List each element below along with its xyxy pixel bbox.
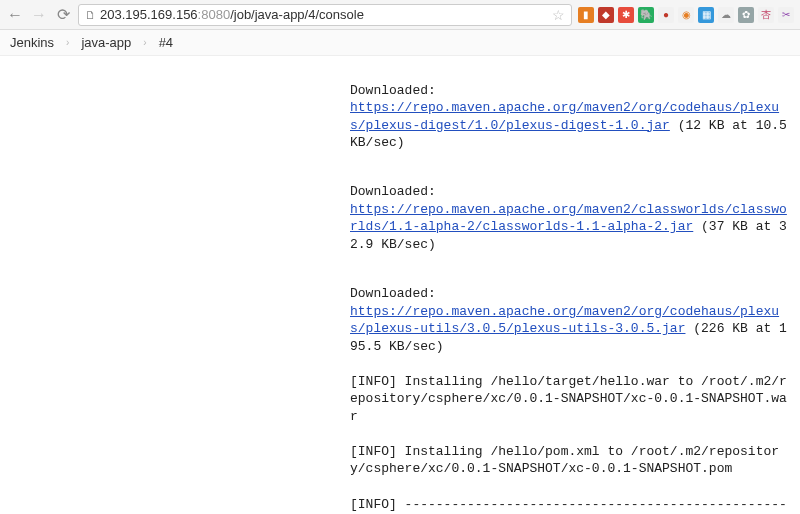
info-line: [INFO] ---------------------------------…: [350, 496, 790, 514]
ext-icon-8[interactable]: ☁: [718, 7, 734, 23]
info-line: [INFO] Installing /hello/pom.xml to /roo…: [350, 443, 790, 478]
info-line: [INFO] Installing /hello/target/hello.wa…: [350, 373, 790, 426]
ext-icon-10[interactable]: 杏: [758, 7, 774, 23]
browser-toolbar: ← → ⟳ 🗋 203.195.169.156:8080/job/java-ap…: [0, 0, 800, 30]
download-label: Downloaded:: [350, 184, 444, 199]
reload-button[interactable]: ⟳: [54, 6, 72, 24]
ext-icon-11[interactable]: ✂: [778, 7, 794, 23]
download-block: Downloaded: https://repo.maven.apache.or…: [350, 183, 790, 253]
ext-icon-7[interactable]: ▦: [698, 7, 714, 23]
breadcrumb: Jenkins › java-app › #4: [0, 30, 800, 56]
download-label: Downloaded:: [350, 286, 444, 301]
breadcrumb-sep-icon: ›: [143, 37, 146, 48]
breadcrumb-sep-icon: ›: [66, 37, 69, 48]
breadcrumb-build[interactable]: #4: [159, 35, 173, 50]
download-label: Downloaded:: [350, 83, 444, 98]
bookmark-star-icon[interactable]: ☆: [552, 7, 565, 23]
download-block: Downloaded: https://repo.maven.apache.or…: [350, 285, 790, 355]
ext-icon-1[interactable]: ▮: [578, 7, 594, 23]
extension-icons: ▮ ◆ ✱ 🐘 ● ◉ ▦ ☁ ✿ 杏 ✂: [578, 7, 794, 23]
back-button[interactable]: ←: [6, 6, 24, 24]
ext-icon-9[interactable]: ✿: [738, 7, 754, 23]
breadcrumb-jenkins[interactable]: Jenkins: [10, 35, 54, 50]
breadcrumb-job[interactable]: java-app: [81, 35, 131, 50]
url-text: 203.195.169.156:8080/job/java-app/4/cons…: [100, 7, 548, 22]
download-block: Downloaded: https://repo.maven.apache.or…: [350, 82, 790, 152]
ext-icon-5[interactable]: ●: [658, 7, 674, 23]
ext-icon-3[interactable]: ✱: [618, 7, 634, 23]
ext-icon-4[interactable]: 🐘: [638, 7, 654, 23]
ext-icon-2[interactable]: ◆: [598, 7, 614, 23]
ext-icon-6[interactable]: ◉: [678, 7, 694, 23]
console-output: Downloaded: https://repo.maven.apache.or…: [0, 56, 800, 514]
address-bar[interactable]: 🗋 203.195.169.156:8080/job/java-app/4/co…: [78, 4, 572, 26]
forward-button[interactable]: →: [30, 6, 48, 24]
page-icon: 🗋: [85, 9, 96, 21]
